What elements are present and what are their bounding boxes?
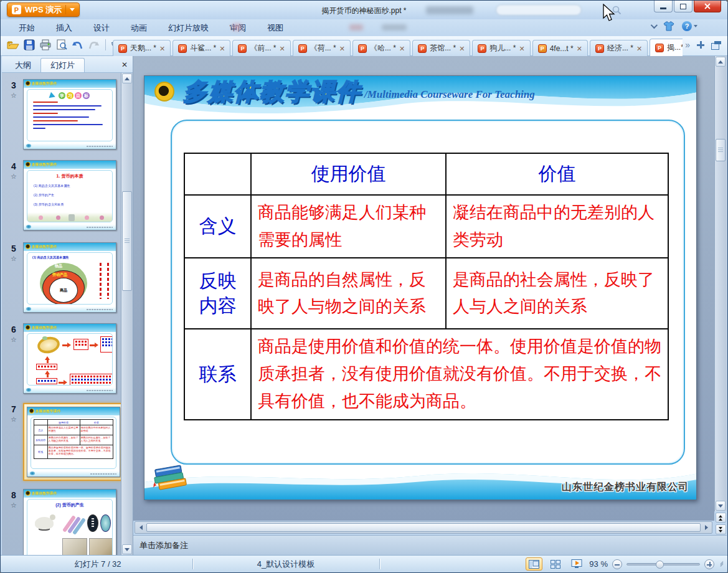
comparison-table[interactable]: 使用价值 价值 含义 商品能够满足人们某种需要的属性 凝结在商品中的无差别的人类… <box>184 153 669 420</box>
minimize-button[interactable] <box>654 1 673 12</box>
close-tab-icon[interactable]: ✕ <box>399 45 405 52</box>
arrange-windows-icon[interactable] <box>711 41 721 49</box>
menu-insert[interactable]: 插入 <box>45 19 83 37</box>
scroll-left-button[interactable] <box>136 523 146 533</box>
vertical-scrollbar[interactable] <box>714 56 727 511</box>
thumb-gutter: 7 ☆ <box>4 403 23 481</box>
save-icon[interactable] <box>24 39 35 50</box>
menu-view[interactable]: 视图 <box>257 19 294 37</box>
skin-tshirt-icon[interactable] <box>663 21 674 31</box>
scroll-down-button[interactable] <box>716 501 726 511</box>
close-tab-icon[interactable]: ✕ <box>279 45 285 52</box>
scroll-up-button[interactable] <box>122 73 132 83</box>
close-button[interactable] <box>694 1 721 12</box>
close-tab-icon[interactable]: ✕ <box>636 45 642 52</box>
doc-tab-label: 斗鲨... * <box>190 43 216 54</box>
doc-tab[interactable]: P 《前... * ✕ <box>232 40 290 56</box>
normal-view-button[interactable] <box>526 557 542 571</box>
doc-tab[interactable]: P 斗鲨... * ✕ <box>173 40 230 56</box>
table-label-relation[interactable]: 联系 <box>184 329 251 419</box>
close-icon <box>704 3 711 9</box>
help-button[interactable]: ? <box>682 21 697 31</box>
slide-thumbnail-6[interactable]: 6 ☆ 多媒体教学课件 <box>4 323 120 394</box>
undo-icon[interactable] <box>72 40 83 50</box>
menu-home[interactable]: 开始 <box>8 19 45 37</box>
close-tab-icon[interactable]: ✕ <box>519 45 524 52</box>
table-header-value[interactable]: 价值 <box>446 153 668 195</box>
mini-header-title: 多媒体教学课件 <box>32 325 57 330</box>
slide-thumbnail-4[interactable]: 4 ☆ 多媒体教学课件 1. 货币的本质 (1) 商品含义及其基本属性 (2) … <box>4 160 120 230</box>
menu-animation[interactable]: 动画 <box>120 19 158 37</box>
menu-design[interactable]: 设计 <box>83 19 120 37</box>
scroll-up-button[interactable] <box>716 57 726 67</box>
print-icon[interactable] <box>39 39 52 50</box>
table-cell-reflects-value[interactable]: 是商品的社会属性，反映了人与人之间的关系 <box>446 258 668 329</box>
triangle-down-icon <box>125 548 130 551</box>
slide-thumbnail-7-selected[interactable]: 7 ☆ 多媒体教学课件 <box>4 403 120 481</box>
zoom-slider-thumb[interactable] <box>656 561 664 569</box>
resize-grip[interactable] <box>720 562 724 566</box>
next-slide-button[interactable] <box>716 524 726 534</box>
goals-title-badges: 学 习 目 标 <box>27 92 112 99</box>
print-preview-icon[interactable] <box>56 39 67 50</box>
doc-tab[interactable]: P 经济... * ✕ <box>590 40 648 56</box>
menu-slideshow[interactable]: 幻灯片放映 <box>158 19 219 37</box>
mini-logo-icon <box>26 81 31 86</box>
doc-tab[interactable]: P 狗儿... * ✕ <box>472 40 530 56</box>
slide-thumbnail-5[interactable]: 5 ☆ 多媒体教学课件 (1) 商品含义及其基本属性 物品 劳动产品 商品 <box>4 242 120 313</box>
thumbnail-scrollbar[interactable] <box>121 73 133 555</box>
mini-slide-body <box>27 333 113 386</box>
table-cell-meaning-value[interactable]: 凝结在商品中的无差别的人类劳动 <box>446 195 668 258</box>
double-up-icon <box>719 515 722 518</box>
zoom-in-button[interactable] <box>704 559 714 569</box>
slide-thumbnail-3[interactable]: 3 ☆ 多媒体教学课件 学 习 目 标 <box>4 79 120 149</box>
doc-tab[interactable]: P 天鹅... * ✕ <box>113 40 171 56</box>
slide-7-editing-surface[interactable]: 多媒体教学课件 /Multimedia Courseware For Teach… <box>144 75 697 500</box>
scrollbar-thumb[interactable] <box>122 191 132 291</box>
close-panel-icon[interactable]: ✕ <box>121 60 128 69</box>
wps-app-menu-button[interactable]: P WPS 演示 <box>7 2 80 17</box>
close-tab-icon[interactable]: ✕ <box>577 45 582 52</box>
redo-icon[interactable] <box>88 40 100 50</box>
slide-thumbnail-8[interactable]: 8 ☆ 多媒体教学课件 (2) 货币的产生 <box>4 489 120 555</box>
scrollbar-thumb[interactable] <box>146 523 701 532</box>
zoom-out-button[interactable] <box>612 559 622 569</box>
doc-tab[interactable]: P 4fe...t * ✕ <box>532 40 588 56</box>
zoom-slider-track[interactable] <box>626 563 700 566</box>
scroll-tabs-right-icon[interactable]: » <box>685 40 690 49</box>
doc-tab[interactable]: P 《哈... * ✕ <box>352 40 410 56</box>
close-tab-icon[interactable]: ✕ <box>339 45 345 52</box>
table-cell-meaning-use-value[interactable]: 商品能够满足人们某种需要的属性 <box>251 195 446 258</box>
doc-tab[interactable]: P 茶馆... * ✕ <box>412 40 470 56</box>
close-tab-icon[interactable]: ✕ <box>159 45 165 52</box>
collapse-ribbon-icon[interactable] <box>651 22 658 29</box>
table-cell-reflects-use-value[interactable]: 是商品的自然属性，反映了人与物之间的关系 <box>251 258 446 329</box>
open-file-icon[interactable] <box>7 39 19 50</box>
table-corner-cell[interactable] <box>184 153 251 195</box>
doc-tab-active[interactable]: P 揭...* ✕ <box>650 39 683 56</box>
badge-char: 标 <box>83 92 90 99</box>
table-label-meaning[interactable]: 含义 <box>184 195 251 258</box>
new-tab-icon[interactable] <box>696 40 705 49</box>
close-tab-icon[interactable]: ✕ <box>219 45 225 52</box>
table-cell-relation[interactable]: 商品是使用价值和价值的统一体。使用价值是价值的物质承担者，没有使用价值就没有价值… <box>251 329 668 419</box>
table-label-reflects[interactable]: 反映内容 <box>184 258 251 329</box>
slide-sorter-view-button[interactable] <box>547 557 564 571</box>
scrollbar-thumb[interactable] <box>716 139 726 161</box>
close-tab-icon[interactable]: ✕ <box>459 45 465 52</box>
table-header-use-value[interactable]: 使用价值 <box>251 153 446 195</box>
ppt-file-icon: P <box>358 44 367 53</box>
horizontal-scrollbar[interactable] <box>135 521 712 534</box>
notes-pane[interactable]: 单击添加备注 <box>133 535 727 555</box>
tab-slides[interactable]: 幻灯片 <box>40 58 85 72</box>
book-icon <box>49 92 57 99</box>
scroll-right-button[interactable] <box>701 523 711 533</box>
double-up-icon <box>719 518 722 521</box>
slideshow-button[interactable] <box>568 557 585 571</box>
doc-tab[interactable]: P 《荷... * ✕ <box>293 40 351 56</box>
previous-slide-button[interactable] <box>716 513 726 523</box>
animation-star-icon: ☆ <box>4 92 23 100</box>
tab-outline[interactable]: 大纲 <box>6 58 40 72</box>
maximize-button[interactable] <box>674 1 693 12</box>
scroll-down-button[interactable] <box>122 544 132 554</box>
